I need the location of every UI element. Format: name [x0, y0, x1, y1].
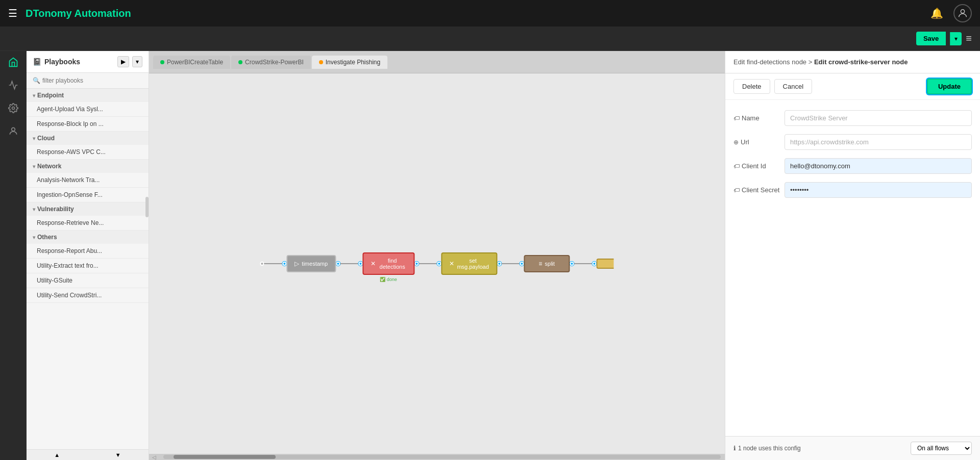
chevron-down-icon: ▾ [33, 93, 35, 98]
hamburger-icon[interactable]: ☰ [8, 7, 17, 19]
node-connector [260, 262, 286, 266]
category-endpoint[interactable]: ▾ Endpoint [27, 89, 149, 102]
svg-point-1 [12, 107, 14, 110]
sidebar-icon-home[interactable] [8, 57, 18, 70]
category-cloud-label: Cloud [37, 135, 55, 142]
clientid-input[interactable] [785, 158, 972, 174]
tab-dot-green [238, 60, 242, 64]
category-endpoint-label: Endpoint [37, 92, 64, 99]
playbook-item[interactable]: Response-AWS VPC C... [27, 145, 149, 160]
right-panel-breadcrumb: Edit find-detections node > Edit crowd-s… [725, 51, 980, 73]
update-button[interactable]: Update [927, 79, 972, 94]
breadcrumb-text: Edit find-detections node > [733, 58, 812, 66]
playbooks-list: ▾ Endpoint Agent-Upload Via Sysl... Resp… [27, 89, 149, 449]
playbook-item[interactable]: Utility-Send CrowdStri... [27, 288, 149, 303]
field-row-clientid: 🏷 Client Id [733, 158, 972, 174]
info-icon: ℹ [733, 445, 736, 452]
playbook-item[interactable]: Ingestion-OpnSense F... [27, 188, 149, 202]
category-others-label: Others [37, 234, 57, 241]
scrollbar-thumb[interactable] [174, 455, 276, 459]
footer-flows: On all flows On current flow [911, 442, 972, 455]
node-endpoint [260, 262, 264, 266]
svg-point-0 [961, 10, 964, 13]
field-label-text: Client Secret [742, 186, 779, 194]
right-panel-actions: Delete Cancel Update [725, 73, 980, 100]
playbooks-filter-input[interactable] [42, 77, 142, 84]
connector-line [574, 263, 592, 264]
tab-label: CrowdStrike-PowerBI [245, 59, 304, 66]
chevron-down-icon: ▾ [33, 164, 35, 169]
tag-icon: 🏷 [733, 115, 740, 122]
category-vulnerability-label: Vulnerability [37, 206, 74, 213]
save-dropdown-button[interactable]: ▾ [950, 32, 962, 45]
canvas[interactable]: ▷ timestamp ✕ find detections ✅ done [149, 73, 725, 454]
node-next[interactable] [596, 259, 614, 269]
canvas-area: PowerBICreateTable CrowdStrike-PowerBI I… [149, 51, 725, 460]
delete-button[interactable]: Delete [733, 79, 770, 94]
clientsecret-input[interactable] [785, 182, 972, 198]
playbooks-more-button[interactable]: ▾ [132, 56, 142, 67]
connector-line [340, 263, 358, 264]
category-others[interactable]: ▾ Others [27, 231, 149, 244]
playbooks-sidebar: 📓 Playbooks ▶ ▾ 🔍 ▾ Endpoint Agent-Uploa… [27, 51, 149, 460]
node-play-icon: ▷ [295, 260, 299, 267]
node-dot [437, 262, 441, 266]
tab-crowdstrike-powerbi[interactable]: CrowdStrike-PowerBI [231, 56, 311, 69]
sidebar-icon-user[interactable] [8, 126, 18, 139]
right-panel: Edit find-detections node > Edit crowd-s… [725, 51, 980, 460]
scroll-up-button[interactable]: ▲ [27, 450, 88, 460]
menu-icon[interactable]: ≡ [966, 33, 972, 44]
playbooks-book-icon: 📓 [33, 58, 41, 66]
node-find-detections[interactable]: ✕ find detections [362, 252, 414, 275]
save-button[interactable]: Save [916, 32, 946, 45]
node-set-msg-payload[interactable]: ✕ set msg.payload [441, 252, 497, 275]
svg-point-2 [11, 127, 15, 131]
tab-powerbicreatetable[interactable]: PowerBICreateTable [153, 56, 230, 69]
field-row-url: ⊕ Url [733, 134, 972, 150]
field-row-name: 🏷 Name [733, 110, 972, 126]
flows-select[interactable]: On all flows On current flow [911, 442, 972, 455]
node-timestamp[interactable]: ▷ timestamp [286, 255, 336, 272]
field-label-url: ⊕ Url [733, 138, 785, 146]
category-vulnerability[interactable]: ▾ Vulnerability [27, 202, 149, 216]
panel-title: Edit crowd-strike-server node [814, 58, 908, 66]
field-label-name: 🏷 Name [733, 114, 785, 122]
field-label-clientid: 🏷 Client Id [733, 162, 785, 170]
cancel-button[interactable]: Cancel [774, 79, 812, 94]
playbook-item[interactable]: Analysis-Network Tra... [27, 173, 149, 188]
node-connector [414, 262, 441, 266]
sidebar-icon-settings[interactable] [8, 103, 18, 116]
sidebar-icon-activity[interactable] [8, 80, 18, 93]
avatar[interactable] [953, 4, 972, 22]
tabs-bar: PowerBICreateTable CrowdStrike-PowerBI I… [149, 51, 725, 73]
url-input[interactable] [785, 134, 972, 150]
chevron-down-icon: ▾ [33, 136, 35, 141]
playbooks-run-button[interactable]: ▶ [117, 56, 129, 67]
playbook-item[interactable]: Response-Report Abu... [27, 244, 149, 259]
app-logo: DTonomy Automation [26, 8, 131, 19]
playbook-item[interactable]: Agent-Upload Via Sysl... [27, 102, 149, 117]
category-network[interactable]: ▾ Network [27, 160, 149, 173]
scroll-left-btn[interactable]: ◁ [149, 454, 159, 460]
canvas-horizontal-scrollbar[interactable]: ◁ [149, 454, 725, 460]
connector-line [501, 263, 520, 264]
scroll-down-button[interactable]: ▼ [88, 450, 149, 460]
playbook-item[interactable]: Utility-Extract text fro... [27, 259, 149, 273]
node-split[interactable]: ≡ split [524, 255, 570, 272]
name-input[interactable] [785, 110, 972, 126]
category-cloud[interactable]: ▾ Cloud [27, 132, 149, 145]
playbook-item[interactable]: Utility-GSuite [27, 273, 149, 288]
playbook-item[interactable]: Response-Retrieve Ne... [27, 216, 149, 231]
playbook-item[interactable]: Response-Block Ip on ... [27, 117, 149, 132]
tab-investigate-phishing[interactable]: Investigate Phishing [312, 56, 387, 69]
tag-icon: 🏷 [733, 187, 740, 194]
flow-area: ▷ timestamp ✕ find detections ✅ done [260, 252, 614, 275]
node-dot [520, 262, 524, 266]
bell-icon[interactable]: 🔔 [930, 7, 943, 19]
node-dot [282, 262, 286, 266]
main-layout: 📓 Playbooks ▶ ▾ 🔍 ▾ Endpoint Agent-Uploa… [0, 51, 980, 460]
node-dot [592, 262, 596, 266]
playbooks-title: Playbooks [44, 58, 114, 66]
node-x-icon: ✕ [449, 260, 454, 267]
filter-search-icon: 🔍 [33, 77, 40, 84]
